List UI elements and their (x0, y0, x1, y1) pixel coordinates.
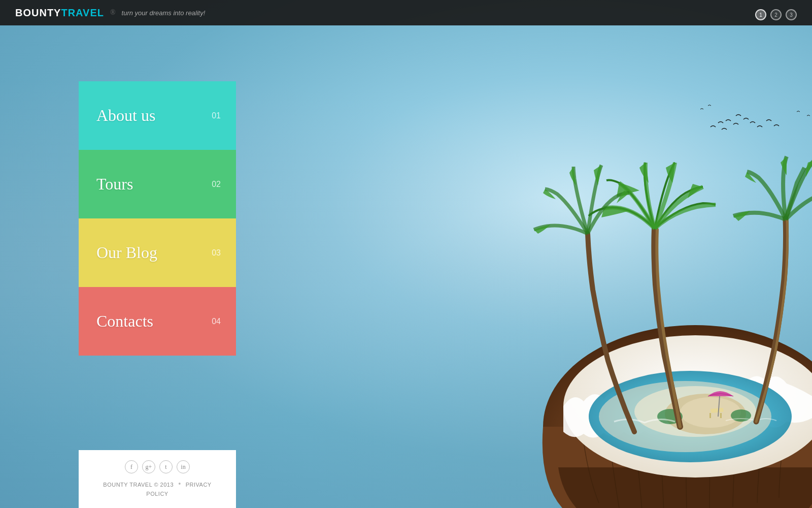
menu-item-about-number: 01 (212, 111, 221, 120)
svg-point-12 (731, 409, 751, 422)
logo-bounty: BOUNTY (15, 7, 61, 19)
menu-item-blog[interactable]: Our Blog 03 (79, 218, 236, 287)
menu-item-tours-label: Tours (96, 175, 133, 194)
pagination: 1 2 3 (755, 9, 797, 20)
svg-point-6 (680, 397, 741, 428)
logo-travel: TRAVEL (61, 7, 104, 19)
page-dot-3[interactable]: 3 (786, 9, 797, 20)
footer-widget: f g+ t in BOUNTY TRAVEL © 2013 • PRIVACY… (79, 450, 236, 508)
social-icons: f g+ t in (94, 460, 221, 473)
menu-item-blog-number: 03 (212, 248, 221, 258)
tagline: turn your dreams into reality! (122, 9, 206, 17)
side-menu: About us 01 Tours 02 Our Blog 03 Contact… (79, 81, 236, 356)
menu-item-contacts-label: Contacts (96, 312, 153, 331)
page-dot-1[interactable]: 1 (755, 9, 766, 20)
menu-item-blog-label: Our Blog (96, 243, 157, 262)
social-icon-google[interactable]: g+ (142, 460, 155, 473)
menu-item-about-label: About us (96, 106, 155, 125)
menu-item-contacts-number: 04 (212, 317, 221, 326)
footer-copyright: BOUNTY TRAVEL © 2013 (103, 482, 174, 488)
social-icon-twitter[interactable]: t (159, 460, 173, 473)
coconut-svg (381, 61, 812, 508)
menu-item-tours-number: 02 (212, 180, 221, 189)
svg-rect-9 (720, 413, 722, 418)
hero-image-area (254, 25, 812, 508)
footer-copyright-row: BOUNTY TRAVEL © 2013 • PRIVACY POLICY (94, 480, 221, 498)
logo-separator: ® (110, 9, 116, 17)
menu-item-tours[interactable]: Tours 02 (79, 150, 236, 218)
social-icon-facebook[interactable]: f (125, 460, 138, 473)
svg-rect-8 (709, 413, 711, 418)
navbar: BOUNTY TRAVEL ® turn your dreams into re… (0, 0, 812, 25)
menu-item-about[interactable]: About us 01 (79, 81, 236, 150)
menu-item-contacts[interactable]: Contacts 04 (79, 287, 236, 356)
social-icon-linkedin[interactable]: in (177, 460, 190, 473)
logo: BOUNTY TRAVEL (15, 7, 104, 19)
page-dot-2[interactable]: 2 (770, 9, 782, 20)
footer-sep: • (178, 480, 181, 488)
